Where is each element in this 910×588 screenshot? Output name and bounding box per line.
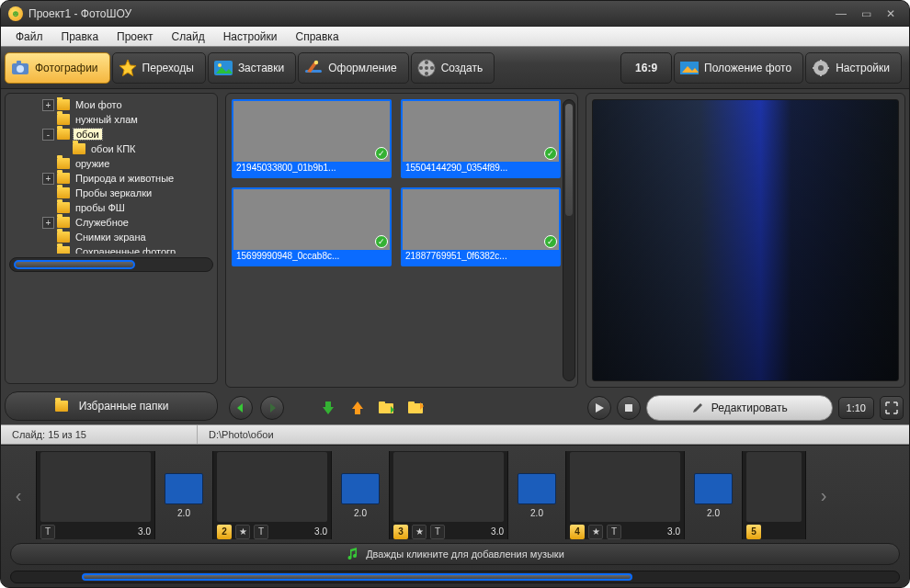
maximize-button[interactable]: ▭ xyxy=(855,6,877,21)
folder-tree[interactable]: +Мои фотонужный хлам-обоиобои КПКоружие+… xyxy=(9,97,213,254)
tree-item[interactable]: +Мои фото xyxy=(9,97,213,112)
thumbnail-caption: 15699990948_0ccab8c... xyxy=(233,250,390,265)
tab-create[interactable]: Создать xyxy=(411,52,495,84)
thumbs-v-scrollbar[interactable] xyxy=(563,99,575,381)
tree-item[interactable]: -обои xyxy=(9,127,213,141)
titlebar: ☻ Проект1 - ФотоШОУ — ▭ ✕ xyxy=(1,1,909,27)
transition-duration: 2.0 xyxy=(177,508,190,518)
folder-icon xyxy=(57,114,70,125)
tree-item[interactable]: +Служебное xyxy=(9,215,213,230)
stop-button[interactable] xyxy=(617,396,641,420)
tree-h-scrollbar[interactable] xyxy=(9,257,213,272)
slide-infobar: 4★T3.0 xyxy=(570,522,680,538)
transition-duration: 2.0 xyxy=(707,508,720,518)
folder-icon xyxy=(73,143,85,154)
music-track[interactable]: Дважды кликните для добавления музыки xyxy=(10,543,900,565)
timeline-slide[interactable]: T3.0 xyxy=(36,451,155,539)
folder-icon xyxy=(57,158,70,169)
menu-slide[interactable]: Слайд xyxy=(163,28,214,45)
timeline-scrollbar[interactable] xyxy=(10,571,900,583)
add-to-timeline-button[interactable] xyxy=(317,397,339,419)
tree-item[interactable]: оружие xyxy=(9,156,213,171)
film-reel-icon xyxy=(417,59,436,77)
app-icon: ☻ xyxy=(8,6,23,21)
play-button[interactable] xyxy=(587,396,611,420)
star-icon[interactable]: ★ xyxy=(412,525,427,539)
thumbnail[interactable]: ✓15504144290_0354f89... xyxy=(401,99,561,178)
timeline-slide[interactable]: 3★T3.0 xyxy=(389,451,508,539)
timeline-slide[interactable]: 4★T3.0 xyxy=(565,451,685,539)
timeline-prev[interactable]: ‹ xyxy=(10,468,27,523)
transition-duration: 2.0 xyxy=(530,508,543,518)
thumbnail-panel: ✓21945033800_01b9b1...✓15504144290_0354f… xyxy=(225,93,578,388)
text-icon[interactable]: T xyxy=(254,525,268,539)
add-folder-button[interactable] xyxy=(376,397,398,419)
preview-settings-button[interactable]: Настройки xyxy=(805,52,902,84)
timeline-transition[interactable]: 2.0 xyxy=(339,473,381,518)
tab-create-label: Создать xyxy=(441,62,483,74)
remove-from-timeline-button[interactable] xyxy=(347,397,369,419)
tab-design[interactable]: Оформление xyxy=(298,52,408,84)
text-icon[interactable]: T xyxy=(430,525,445,539)
menu-settings[interactable]: Настройки xyxy=(214,28,287,45)
timeline-next[interactable]: › xyxy=(815,468,832,523)
svg-point-13 xyxy=(419,66,423,70)
timeline[interactable]: ‹ T3.02.02★T3.02.03★T3.02.04★T3.02.05 › xyxy=(10,451,900,539)
thumbnail[interactable]: ✓21945033800_01b9b1... xyxy=(232,99,392,178)
edit-button[interactable]: Редактировать xyxy=(646,395,833,421)
gear-icon xyxy=(812,59,830,77)
tree-item[interactable]: Сохраненные фотогр xyxy=(9,244,213,254)
folder-icon xyxy=(57,202,70,213)
svg-rect-2 xyxy=(17,61,21,64)
tab-transitions[interactable]: Переходы xyxy=(112,52,206,84)
fullscreen-button[interactable] xyxy=(880,396,904,420)
check-icon: ✓ xyxy=(544,147,557,160)
tab-intros[interactable]: Заставки xyxy=(208,52,296,84)
tab-photos[interactable]: Фотографии xyxy=(5,52,110,84)
text-icon[interactable]: T xyxy=(607,525,621,539)
svg-marker-33 xyxy=(596,403,604,413)
tree-item-label: обои КПК xyxy=(89,143,137,154)
timeline-slide[interactable]: 5 xyxy=(742,451,806,539)
music-hint: Дважды кликните для добавления музыки xyxy=(366,548,564,560)
open-folder-button[interactable] xyxy=(405,397,427,419)
nav-back-button[interactable] xyxy=(229,396,253,420)
transition-thumb xyxy=(165,473,203,504)
timeline-area: ‹ T3.02.02★T3.02.03★T3.02.04★T3.02.05 › … xyxy=(1,445,909,587)
favorite-folders-button[interactable]: Избранные папки xyxy=(5,391,218,421)
minimize-button[interactable]: — xyxy=(830,6,852,21)
tree-item-label: Снимки экрана xyxy=(74,232,148,243)
timeline-transition[interactable]: 2.0 xyxy=(692,473,734,518)
tree-item[interactable]: Снимки экрана xyxy=(9,230,213,244)
tree-item[interactable]: Пробы зеркалки xyxy=(9,186,213,200)
tree-item[interactable]: пробы ФШ xyxy=(9,200,213,215)
close-button[interactable]: ✕ xyxy=(880,6,902,21)
frame-icon xyxy=(680,59,699,77)
slide-image xyxy=(40,452,151,522)
timeline-slide[interactable]: 2★T3.0 xyxy=(212,451,332,539)
nav-forward-button[interactable] xyxy=(260,396,284,420)
aspect-ratio-button[interactable]: 16:9 xyxy=(620,52,672,84)
star-icon[interactable]: ★ xyxy=(235,525,250,539)
menu-file[interactable]: Файл xyxy=(6,28,52,45)
svg-rect-28 xyxy=(379,401,385,405)
photo-position-label: Положение фото xyxy=(704,62,791,74)
tree-item[interactable]: нужный хлам xyxy=(9,112,213,127)
time-counter-value: 1:10 xyxy=(847,402,866,413)
folder-icon xyxy=(57,232,70,243)
menu-project[interactable]: Проект xyxy=(108,28,163,45)
thumbnail[interactable]: ✓15699990948_0ccab8c... xyxy=(232,187,392,266)
thumb-nav-row xyxy=(222,391,582,424)
timeline-transition[interactable]: 2.0 xyxy=(163,473,205,518)
thumbnail[interactable]: ✓21887769951_0f6382c... xyxy=(401,187,561,266)
menu-help[interactable]: Справка xyxy=(286,28,347,45)
tree-item[interactable]: +Природа и животные xyxy=(9,171,213,186)
timeline-transition[interactable]: 2.0 xyxy=(516,473,558,518)
svg-marker-25 xyxy=(323,401,334,414)
menu-edit[interactable]: Правка xyxy=(52,28,108,45)
transition-thumb xyxy=(694,473,733,504)
text-icon[interactable]: T xyxy=(40,525,55,539)
tree-item[interactable]: обои КПК xyxy=(9,141,213,156)
photo-position-button[interactable]: Положение фото xyxy=(674,52,803,84)
star-icon[interactable]: ★ xyxy=(588,525,603,539)
